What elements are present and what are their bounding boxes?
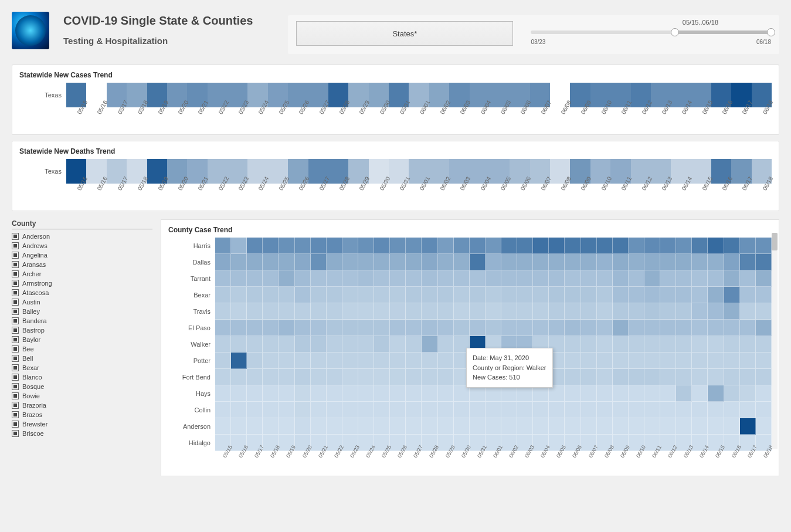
date-slider-handle-start[interactable]: [671, 28, 679, 36]
heatmap-cell[interactable]: [676, 287, 692, 303]
county-cases-heatmap[interactable]: HarrisDallasTarrantBexarTravisEl PasoWal…: [168, 238, 772, 451]
heatmap-cell[interactable]: [676, 336, 692, 353]
heatmap-cell[interactable]: [327, 402, 342, 418]
heatmap-cell[interactable]: [740, 402, 756, 418]
checkbox-icon[interactable]: [12, 411, 19, 418]
heatmap-cell[interactable]: [215, 254, 231, 270]
heatmap-cell[interactable]: [708, 303, 724, 320]
heatmap-cell[interactable]: [724, 303, 740, 320]
heatmap-cell[interactable]: [740, 254, 756, 270]
heatmap-cell[interactable]: [438, 303, 454, 320]
heatmap-cell[interactable]: [215, 336, 231, 353]
county-filter-item[interactable]: Anderson: [12, 232, 152, 241]
heatmap-cell[interactable]: [311, 336, 327, 353]
heatmap-cell[interactable]: [263, 385, 279, 402]
heatmap-cell[interactable]: [486, 270, 501, 287]
heatmap-cell[interactable]: [549, 270, 565, 287]
heatmap-cell[interactable]: [708, 254, 724, 270]
heatmap-cell[interactable]: [565, 353, 580, 369]
heatmap-cell[interactable]: [406, 418, 422, 435]
heatmap-cell[interactable]: [311, 385, 327, 402]
heatmap-cell[interactable]: [231, 353, 247, 369]
heatmap-cell[interactable]: [422, 336, 437, 353]
heatmap-cell[interactable]: [279, 254, 294, 270]
heatmap-cell[interactable]: [422, 369, 437, 385]
heatmap-cell[interactable]: [231, 238, 247, 254]
heatmap-cell[interactable]: [215, 402, 231, 418]
heatmap-cell[interactable]: [660, 320, 676, 336]
county-filter-item[interactable]: Brewster: [12, 419, 152, 429]
heatmap-cell[interactable]: [295, 336, 311, 353]
heatmap-cell[interactable]: [406, 353, 422, 369]
heatmap-cell[interactable]: [454, 402, 470, 418]
heatmap-cell[interactable]: [279, 287, 294, 303]
heatmap-cell[interactable]: [486, 287, 501, 303]
heatmap-cell[interactable]: [756, 418, 772, 435]
heatmap-cell[interactable]: [358, 320, 374, 336]
heatmap-cell[interactable]: [597, 369, 613, 385]
heatmap-cell[interactable]: [644, 254, 660, 270]
heatmap-cell[interactable]: [263, 402, 279, 418]
heatmap-cell[interactable]: [644, 270, 660, 287]
heatmap-cell[interactable]: [597, 418, 613, 435]
heatmap-cell[interactable]: [422, 385, 437, 402]
county-filter-item[interactable]: Bee: [12, 344, 152, 354]
heatmap-cell[interactable]: [644, 402, 660, 418]
heatmap-cell[interactable]: [342, 287, 358, 303]
heatmap-cell[interactable]: [629, 270, 644, 287]
heatmap-cell[interactable]: [358, 254, 374, 270]
heatmap-cell[interactable]: [501, 287, 517, 303]
heatmap-cell[interactable]: [327, 303, 342, 320]
heatmap-cell[interactable]: [422, 320, 437, 336]
heatmap-cell[interactable]: [406, 369, 422, 385]
heatmap-cell[interactable]: [263, 303, 279, 320]
county-filter-item[interactable]: Brazoria: [12, 401, 152, 410]
heatmap-cell[interactable]: [724, 369, 740, 385]
heatmap-cell[interactable]: [486, 254, 501, 270]
date-slider-track[interactable]: [531, 27, 771, 38]
heatmap-cell[interactable]: [581, 320, 597, 336]
heatmap-cell[interactable]: [406, 238, 422, 254]
heatmap-cell[interactable]: [486, 303, 501, 320]
heatmap-cell[interactable]: [597, 270, 613, 287]
heatmap-cell[interactable]: [581, 336, 597, 353]
heatmap-cell[interactable]: [358, 336, 374, 353]
heatmap-cell[interactable]: [676, 418, 692, 435]
heatmap-cell[interactable]: [311, 254, 327, 270]
heatmap-cell[interactable]: [708, 369, 724, 385]
county-filter-item[interactable]: Bastrop: [12, 326, 152, 335]
heatmap-cell[interactable]: [708, 336, 724, 353]
heatmap-cell[interactable]: [438, 353, 454, 369]
heatmap-cell[interactable]: [708, 402, 724, 418]
heatmap-cell[interactable]: [581, 353, 597, 369]
heatmap-cell[interactable]: [597, 385, 613, 402]
heatmap-cell[interactable]: [263, 238, 279, 254]
heatmap-cell[interactable]: [406, 336, 422, 353]
heatmap-cell[interactable]: [295, 418, 311, 435]
heatmap-cell[interactable]: [597, 287, 613, 303]
heatmap-cell[interactable]: [676, 303, 692, 320]
heatmap-cell[interactable]: [597, 402, 613, 418]
heatmap-cell[interactable]: [676, 270, 692, 287]
checkbox-icon[interactable]: [12, 242, 19, 249]
heatmap-cell[interactable]: [406, 402, 422, 418]
heatmap-cell[interactable]: [231, 336, 247, 353]
heatmap-cell[interactable]: [342, 418, 358, 435]
heatmap-cell[interactable]: [549, 238, 565, 254]
heatmap-cell[interactable]: [470, 270, 486, 287]
heatmap-cell[interactable]: [756, 402, 772, 418]
heatmap-cell[interactable]: [263, 353, 279, 369]
checkbox-icon[interactable]: [12, 421, 19, 428]
heatmap-cell[interactable]: [311, 369, 327, 385]
heatmap-cell[interactable]: [390, 270, 406, 287]
heatmap-cell[interactable]: [756, 385, 772, 402]
heatmap-cell[interactable]: [613, 385, 629, 402]
heatmap-cell[interactable]: [660, 270, 676, 287]
heatmap-cell[interactable]: [501, 418, 517, 435]
heatmap-cell[interactable]: [740, 320, 756, 336]
heatmap-cell[interactable]: [358, 270, 374, 287]
heatmap-cell[interactable]: [374, 385, 390, 402]
heatmap-cell[interactable]: [247, 385, 263, 402]
checkbox-icon[interactable]: [12, 336, 19, 343]
heatmap-cell[interactable]: [295, 369, 311, 385]
